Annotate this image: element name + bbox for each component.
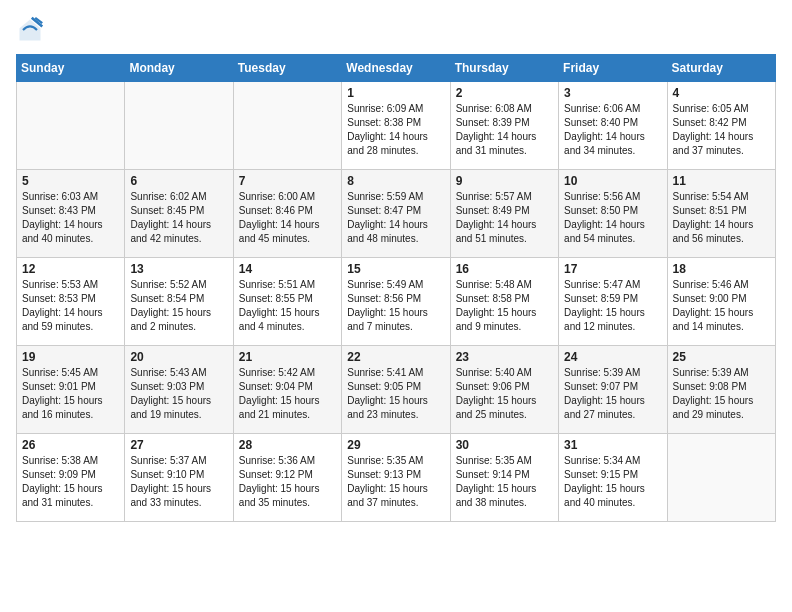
- day-header-tuesday: Tuesday: [233, 55, 341, 82]
- cell-content: Sunrise: 5:51 AM Sunset: 8:55 PM Dayligh…: [239, 278, 336, 334]
- day-number: 29: [347, 438, 444, 452]
- cell-content: Sunrise: 5:53 AM Sunset: 8:53 PM Dayligh…: [22, 278, 119, 334]
- day-number: 2: [456, 86, 553, 100]
- day-number: 4: [673, 86, 770, 100]
- day-number: 20: [130, 350, 227, 364]
- calendar-cell: 28Sunrise: 5:36 AM Sunset: 9:12 PM Dayli…: [233, 434, 341, 522]
- cell-content: Sunrise: 5:39 AM Sunset: 9:07 PM Dayligh…: [564, 366, 661, 422]
- day-number: 27: [130, 438, 227, 452]
- day-number: 19: [22, 350, 119, 364]
- day-number: 16: [456, 262, 553, 276]
- calendar-cell: 14Sunrise: 5:51 AM Sunset: 8:55 PM Dayli…: [233, 258, 341, 346]
- cell-content: Sunrise: 5:43 AM Sunset: 9:03 PM Dayligh…: [130, 366, 227, 422]
- calendar-table: SundayMondayTuesdayWednesdayThursdayFrid…: [16, 54, 776, 522]
- day-number: 28: [239, 438, 336, 452]
- page-header: [16, 16, 776, 44]
- cell-content: Sunrise: 5:47 AM Sunset: 8:59 PM Dayligh…: [564, 278, 661, 334]
- calendar-cell: 3Sunrise: 6:06 AM Sunset: 8:40 PM Daylig…: [559, 82, 667, 170]
- calendar-cell: 27Sunrise: 5:37 AM Sunset: 9:10 PM Dayli…: [125, 434, 233, 522]
- cell-content: Sunrise: 5:34 AM Sunset: 9:15 PM Dayligh…: [564, 454, 661, 510]
- calendar-cell: 26Sunrise: 5:38 AM Sunset: 9:09 PM Dayli…: [17, 434, 125, 522]
- day-number: 10: [564, 174, 661, 188]
- day-header-monday: Monday: [125, 55, 233, 82]
- day-number: 30: [456, 438, 553, 452]
- day-header-friday: Friday: [559, 55, 667, 82]
- week-row-4: 19Sunrise: 5:45 AM Sunset: 9:01 PM Dayli…: [17, 346, 776, 434]
- week-row-3: 12Sunrise: 5:53 AM Sunset: 8:53 PM Dayli…: [17, 258, 776, 346]
- day-number: 5: [22, 174, 119, 188]
- day-number: 14: [239, 262, 336, 276]
- calendar-cell: 25Sunrise: 5:39 AM Sunset: 9:08 PM Dayli…: [667, 346, 775, 434]
- logo-icon: [16, 16, 44, 44]
- calendar-cell: 8Sunrise: 5:59 AM Sunset: 8:47 PM Daylig…: [342, 170, 450, 258]
- week-row-5: 26Sunrise: 5:38 AM Sunset: 9:09 PM Dayli…: [17, 434, 776, 522]
- cell-content: Sunrise: 5:49 AM Sunset: 8:56 PM Dayligh…: [347, 278, 444, 334]
- header-row: SundayMondayTuesdayWednesdayThursdayFrid…: [17, 55, 776, 82]
- cell-content: Sunrise: 5:35 AM Sunset: 9:13 PM Dayligh…: [347, 454, 444, 510]
- calendar-cell: 5Sunrise: 6:03 AM Sunset: 8:43 PM Daylig…: [17, 170, 125, 258]
- calendar-cell: 9Sunrise: 5:57 AM Sunset: 8:49 PM Daylig…: [450, 170, 558, 258]
- week-row-2: 5Sunrise: 6:03 AM Sunset: 8:43 PM Daylig…: [17, 170, 776, 258]
- calendar-cell: 6Sunrise: 6:02 AM Sunset: 8:45 PM Daylig…: [125, 170, 233, 258]
- day-number: 11: [673, 174, 770, 188]
- calendar-cell: 22Sunrise: 5:41 AM Sunset: 9:05 PM Dayli…: [342, 346, 450, 434]
- day-number: 12: [22, 262, 119, 276]
- cell-content: Sunrise: 5:39 AM Sunset: 9:08 PM Dayligh…: [673, 366, 770, 422]
- day-number: 23: [456, 350, 553, 364]
- calendar-cell: 17Sunrise: 5:47 AM Sunset: 8:59 PM Dayli…: [559, 258, 667, 346]
- day-number: 6: [130, 174, 227, 188]
- calendar-cell: 30Sunrise: 5:35 AM Sunset: 9:14 PM Dayli…: [450, 434, 558, 522]
- calendar-cell: [125, 82, 233, 170]
- day-number: 24: [564, 350, 661, 364]
- cell-content: Sunrise: 5:56 AM Sunset: 8:50 PM Dayligh…: [564, 190, 661, 246]
- cell-content: Sunrise: 5:42 AM Sunset: 9:04 PM Dayligh…: [239, 366, 336, 422]
- day-number: 15: [347, 262, 444, 276]
- calendar-cell: [667, 434, 775, 522]
- day-header-wednesday: Wednesday: [342, 55, 450, 82]
- calendar-cell: 7Sunrise: 6:00 AM Sunset: 8:46 PM Daylig…: [233, 170, 341, 258]
- day-number: 26: [22, 438, 119, 452]
- calendar-cell: 29Sunrise: 5:35 AM Sunset: 9:13 PM Dayli…: [342, 434, 450, 522]
- calendar-cell: 11Sunrise: 5:54 AM Sunset: 8:51 PM Dayli…: [667, 170, 775, 258]
- day-number: 3: [564, 86, 661, 100]
- day-number: 9: [456, 174, 553, 188]
- week-row-1: 1Sunrise: 6:09 AM Sunset: 8:38 PM Daylig…: [17, 82, 776, 170]
- day-number: 8: [347, 174, 444, 188]
- day-number: 17: [564, 262, 661, 276]
- day-number: 18: [673, 262, 770, 276]
- calendar-cell: [17, 82, 125, 170]
- calendar-cell: 23Sunrise: 5:40 AM Sunset: 9:06 PM Dayli…: [450, 346, 558, 434]
- calendar-cell: [233, 82, 341, 170]
- cell-content: Sunrise: 5:54 AM Sunset: 8:51 PM Dayligh…: [673, 190, 770, 246]
- calendar-cell: 24Sunrise: 5:39 AM Sunset: 9:07 PM Dayli…: [559, 346, 667, 434]
- calendar-cell: 2Sunrise: 6:08 AM Sunset: 8:39 PM Daylig…: [450, 82, 558, 170]
- calendar-cell: 4Sunrise: 6:05 AM Sunset: 8:42 PM Daylig…: [667, 82, 775, 170]
- calendar-cell: 13Sunrise: 5:52 AM Sunset: 8:54 PM Dayli…: [125, 258, 233, 346]
- calendar-cell: 20Sunrise: 5:43 AM Sunset: 9:03 PM Dayli…: [125, 346, 233, 434]
- calendar-cell: 15Sunrise: 5:49 AM Sunset: 8:56 PM Dayli…: [342, 258, 450, 346]
- cell-content: Sunrise: 5:48 AM Sunset: 8:58 PM Dayligh…: [456, 278, 553, 334]
- calendar-cell: 19Sunrise: 5:45 AM Sunset: 9:01 PM Dayli…: [17, 346, 125, 434]
- day-header-sunday: Sunday: [17, 55, 125, 82]
- cell-content: Sunrise: 6:03 AM Sunset: 8:43 PM Dayligh…: [22, 190, 119, 246]
- day-number: 13: [130, 262, 227, 276]
- cell-content: Sunrise: 5:57 AM Sunset: 8:49 PM Dayligh…: [456, 190, 553, 246]
- calendar-cell: 10Sunrise: 5:56 AM Sunset: 8:50 PM Dayli…: [559, 170, 667, 258]
- calendar-cell: 1Sunrise: 6:09 AM Sunset: 8:38 PM Daylig…: [342, 82, 450, 170]
- day-header-saturday: Saturday: [667, 55, 775, 82]
- cell-content: Sunrise: 5:36 AM Sunset: 9:12 PM Dayligh…: [239, 454, 336, 510]
- cell-content: Sunrise: 5:59 AM Sunset: 8:47 PM Dayligh…: [347, 190, 444, 246]
- calendar-cell: 16Sunrise: 5:48 AM Sunset: 8:58 PM Dayli…: [450, 258, 558, 346]
- cell-content: Sunrise: 5:52 AM Sunset: 8:54 PM Dayligh…: [130, 278, 227, 334]
- cell-content: Sunrise: 5:37 AM Sunset: 9:10 PM Dayligh…: [130, 454, 227, 510]
- calendar-cell: 21Sunrise: 5:42 AM Sunset: 9:04 PM Dayli…: [233, 346, 341, 434]
- cell-content: Sunrise: 6:09 AM Sunset: 8:38 PM Dayligh…: [347, 102, 444, 158]
- day-number: 7: [239, 174, 336, 188]
- cell-content: Sunrise: 6:00 AM Sunset: 8:46 PM Dayligh…: [239, 190, 336, 246]
- cell-content: Sunrise: 6:06 AM Sunset: 8:40 PM Dayligh…: [564, 102, 661, 158]
- day-number: 25: [673, 350, 770, 364]
- cell-content: Sunrise: 5:35 AM Sunset: 9:14 PM Dayligh…: [456, 454, 553, 510]
- calendar-cell: 18Sunrise: 5:46 AM Sunset: 9:00 PM Dayli…: [667, 258, 775, 346]
- cell-content: Sunrise: 5:38 AM Sunset: 9:09 PM Dayligh…: [22, 454, 119, 510]
- logo: [16, 16, 48, 44]
